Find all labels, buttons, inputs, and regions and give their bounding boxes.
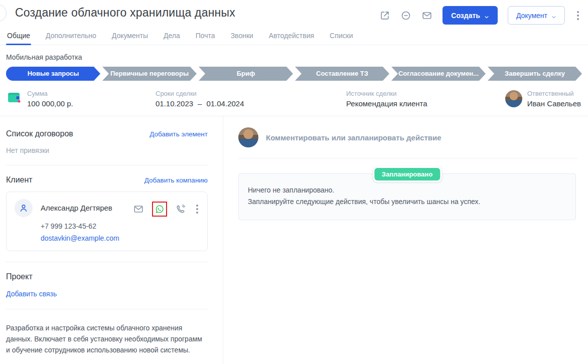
client-section-title: Клиент xyxy=(6,175,33,185)
date-from: 01.10.2023 xyxy=(156,99,193,108)
add-link-link[interactable]: Добавить связь xyxy=(6,290,57,298)
stage-approval[interactable]: Согласование докумен... xyxy=(391,67,486,81)
contact-more-icon[interactable] xyxy=(194,203,200,216)
stage-first-negotiations[interactable]: Первичные переговоры xyxy=(102,67,197,81)
stage-new-requests[interactable]: Новые запросы xyxy=(6,67,100,81)
deal-summary: Сумма 100 000,00 р. Сроки сделки 01.10.2… xyxy=(0,81,588,116)
comment-input-row[interactable]: Комментировать или запланировать действи… xyxy=(238,127,578,147)
client-card: Александр Дегтярев xyxy=(6,192,208,251)
more-menu-icon[interactable] xyxy=(575,9,581,22)
add-company-link[interactable]: Добавить компанию xyxy=(144,176,208,184)
contact-avatar xyxy=(15,199,33,217)
comment-placeholder: Комментировать или запланировать действи… xyxy=(266,133,442,142)
planned-panel: Запланировано Ничего не запланировано. З… xyxy=(238,173,576,220)
page-title: Создание облачного хранилища данных xyxy=(15,6,235,20)
planned-badge: Запланировано xyxy=(373,166,442,182)
pipeline-section: Мобильная разработка Новые запросы Перви… xyxy=(0,45,588,81)
date-to: 01.04.2024 xyxy=(206,99,244,108)
tab-documents[interactable]: Документы xyxy=(111,30,149,45)
planned-empty-hint: Запланируйте следующие действия, чтобы у… xyxy=(248,196,566,208)
divider xyxy=(6,262,208,262)
divider xyxy=(238,158,578,158)
document-button[interactable]: Документ xyxy=(508,6,565,25)
responsible-block[interactable]: Ответственный Иван Савельев xyxy=(505,90,581,108)
timeline-column: Комментировать или запланировать действи… xyxy=(223,116,588,364)
divider xyxy=(6,309,208,309)
stage-close-deal[interactable]: Завершить сделку xyxy=(488,67,582,81)
tab-lists[interactable]: Списки xyxy=(329,30,354,45)
deal-dates-label: Сроки сделки xyxy=(156,90,346,97)
pipeline-category: Мобильная разработка xyxy=(6,53,582,61)
copy-link-icon[interactable] xyxy=(400,10,411,21)
responsible-label: Ответственный xyxy=(527,90,581,97)
project-section-title: Проект xyxy=(6,272,33,281)
tab-calls[interactable]: Звонки xyxy=(230,30,254,45)
create-button-label: Создать xyxy=(451,12,480,20)
chevron-down-icon xyxy=(484,13,489,18)
current-user-avatar xyxy=(238,127,258,147)
whatsapp-icon xyxy=(155,204,165,214)
responsible-value: Иван Савельев xyxy=(527,99,581,108)
tab-activities[interactable]: Дела xyxy=(163,30,181,45)
contracts-empty-text: Нет привязки xyxy=(6,146,208,154)
mail-icon[interactable] xyxy=(421,10,432,21)
wallet-icon xyxy=(7,91,21,104)
contact-email-link[interactable]: dostavkin@example.com xyxy=(41,234,119,242)
tab-bar: Общие Дополнительно Документы Дела Почта… xyxy=(0,30,588,45)
amount-label: Сумма xyxy=(27,90,73,97)
deal-dates-value: 01.10.2023–01.04.2024 xyxy=(156,99,346,108)
planned-empty-title: Ничего не запланировано. xyxy=(248,185,566,196)
header-controls: Создать Документ xyxy=(379,6,581,25)
chevron-down-icon xyxy=(551,13,556,18)
pipeline-stages: Новые запросы Первичные переговоры Бриф … xyxy=(6,67,582,81)
contracts-section-title: Список договоров xyxy=(6,129,73,138)
contact-phone: +7 999 123-45-62 xyxy=(41,222,200,230)
stage-brief[interactable]: Бриф xyxy=(199,67,293,81)
phone-call-icon[interactable] xyxy=(175,204,186,215)
responsible-avatar xyxy=(505,90,522,107)
divider xyxy=(6,165,208,165)
entity-avatar-cropped xyxy=(0,5,7,22)
page-header: Создание облачного хранилища данных Созд… xyxy=(0,0,588,25)
tab-automation[interactable]: Автодействия xyxy=(268,30,315,45)
tab-additional[interactable]: Дополнительно xyxy=(45,30,97,45)
tab-mail[interactable]: Почта xyxy=(195,30,216,45)
open-in-new-window-icon[interactable] xyxy=(379,10,390,21)
deal-description: Разработка и настройка системы облачного… xyxy=(6,322,208,355)
tab-general[interactable]: Общие xyxy=(6,30,31,45)
date-separator: – xyxy=(198,99,202,108)
create-button[interactable]: Создать xyxy=(443,6,498,25)
email-contact-icon[interactable] xyxy=(133,204,144,215)
stage-spec[interactable]: Составление ТЗ xyxy=(295,67,389,81)
whatsapp-highlight-box[interactable] xyxy=(152,202,167,217)
deal-source-value: Рекомендация клиента xyxy=(346,99,505,108)
details-column: Список договоров Добавить элемент Нет пр… xyxy=(0,116,223,364)
add-element-link[interactable]: Добавить элемент xyxy=(150,130,208,138)
document-button-label: Документ xyxy=(516,12,547,20)
deal-source-label: Источник сделки xyxy=(346,90,505,97)
contact-name[interactable]: Александр Дегтярев xyxy=(41,204,133,212)
amount-value: 100 000,00 р. xyxy=(27,99,73,108)
